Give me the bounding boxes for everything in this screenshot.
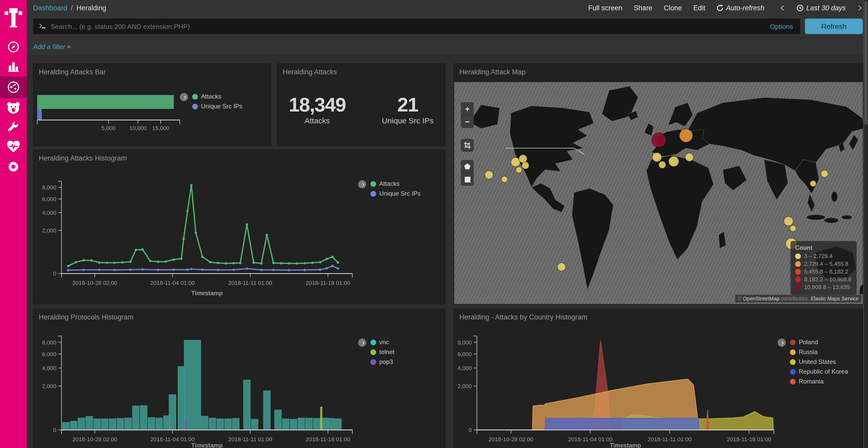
- legend-collapse-icon[interactable]: [358, 180, 366, 188]
- legend-label[interactable]: pop3: [379, 358, 393, 366]
- gauge-icon: [7, 80, 20, 94]
- full-screen-button[interactable]: Full screen: [588, 4, 622, 12]
- clone-button[interactable]: Clone: [664, 4, 682, 12]
- map-marker[interactable]: [810, 180, 816, 186]
- sidebar-item-management[interactable]: [0, 157, 27, 176]
- legend-dot: [370, 359, 376, 365]
- map-marker[interactable]: [557, 263, 566, 271]
- map-marker[interactable]: [659, 161, 666, 169]
- map-marker[interactable]: [485, 171, 493, 179]
- map-marker[interactable]: [821, 170, 828, 177]
- fit-bounds-button[interactable]: [461, 139, 474, 152]
- map-legend-title: Count: [796, 245, 852, 251]
- legend-item[interactable]: Republic of Korea: [790, 368, 848, 375]
- legend-collapse-icon[interactable]: [180, 93, 188, 101]
- svg-text:2018-10-28 02:00: 2018-10-28 02:00: [489, 436, 533, 443]
- draw-polygon-button[interactable]: [461, 160, 474, 173]
- panel-title[interactable]: Heralding Attack Map: [454, 64, 863, 76]
- osm-link[interactable]: OpenStreetMap: [743, 296, 779, 302]
- legend-collapse-icon[interactable]: [778, 339, 786, 347]
- sidebar-item-monitoring[interactable]: [0, 137, 27, 157]
- legend-item[interactable]: Unique Src IPs: [192, 103, 242, 110]
- legend-item[interactable]: United States: [790, 358, 848, 366]
- legend-dot: [370, 191, 376, 196]
- map-marker[interactable]: [784, 216, 793, 226]
- legend-label[interactable]: vnc: [379, 339, 389, 346]
- legend-collapse-icon[interactable]: [358, 339, 366, 347]
- world-map[interactable]: + − Count 3 – 2,729.42,729.4 – 5,455.85,…: [454, 82, 863, 304]
- legend-item[interactable]: telnet: [370, 348, 395, 356]
- top-header: Dashboard / Heralding Full screen Share …: [27, 0, 868, 55]
- panel-title[interactable]: Heralding Protocols Histogram: [34, 309, 445, 321]
- map-marker[interactable]: [652, 133, 666, 147]
- panel-title[interactable]: Heralding Attacks: [277, 64, 445, 76]
- metric-attacks: 18,349 Attacks: [289, 94, 346, 125]
- svg-text:6,000: 6,000: [458, 351, 472, 357]
- scrollbar-thumb[interactable]: [864, 1, 867, 125]
- share-button[interactable]: Share: [634, 4, 652, 12]
- ems-link[interactable]: Elastic Maps Service: [811, 296, 859, 302]
- legend-item[interactable]: Romania: [790, 378, 848, 385]
- metric-unique-ips: 21 Unique Src IPs: [382, 94, 433, 125]
- refresh-button[interactable]: Refresh: [805, 19, 863, 34]
- map-marker[interactable]: [522, 162, 529, 169]
- legend-label[interactable]: Unique Src IPs: [201, 103, 242, 110]
- scrollbar[interactable]: [863, 0, 868, 448]
- legend-label[interactable]: United States: [799, 358, 836, 366]
- map-marker[interactable]: [679, 129, 693, 142]
- zoom-out-button[interactable]: −: [461, 115, 474, 128]
- map-marker[interactable]: [652, 152, 661, 162]
- add-filter-link[interactable]: Add a filter +: [33, 43, 71, 50]
- auto-refresh-button[interactable]: Auto-refresh: [717, 4, 765, 12]
- map-marker[interactable]: [516, 167, 522, 173]
- search-input[interactable]: [50, 22, 770, 31]
- edit-button[interactable]: Edit: [693, 4, 706, 12]
- panel-title[interactable]: Heralding Attacks Histogram: [34, 150, 445, 162]
- svg-text:2018-10-28 02:00: 2018-10-28 02:00: [72, 280, 117, 286]
- map-legend-item: 10,908.6 – 13,635: [796, 284, 852, 290]
- legend-dot: [796, 269, 801, 274]
- legend-dot: [790, 339, 796, 345]
- options-link[interactable]: Options: [770, 23, 793, 30]
- legend-label[interactable]: Russia: [799, 348, 817, 356]
- legend-label[interactable]: telnet: [379, 348, 395, 356]
- legend-item[interactable]: vnc: [370, 339, 395, 346]
- time-next-button[interactable]: [857, 6, 861, 9]
- map-marker[interactable]: [790, 225, 796, 232]
- panel-title[interactable]: Heralding - Attacks by Country Histogram: [454, 309, 863, 321]
- legend-item[interactable]: Russia: [790, 348, 848, 356]
- top-actions: Full screen Share Clone Edit Auto-refres…: [588, 4, 861, 12]
- time-range-button[interactable]: Last 30 days: [797, 4, 846, 12]
- draw-rectangle-button[interactable]: [461, 173, 474, 186]
- t-mobile-logo-icon[interactable]: [0, 0, 27, 37]
- map-marker[interactable]: [685, 153, 693, 161]
- kibana-dashboard: Dashboard / Heralding Full screen Share …: [0, 0, 868, 448]
- sidebar-item-honeypot[interactable]: [0, 98, 27, 118]
- sidebar-item-visualize[interactable]: [0, 57, 27, 76]
- time-prev-button[interactable]: [776, 6, 785, 9]
- legend-label[interactable]: Unique Src IPs: [379, 190, 421, 197]
- map-marker[interactable]: [501, 176, 507, 182]
- sidebar-item-discover[interactable]: [0, 37, 27, 57]
- map-marker[interactable]: [669, 157, 679, 167]
- legend-dot: [790, 369, 796, 374]
- map-legend-item: 5,455.8 – 8,182.2: [796, 268, 852, 275]
- zoom-in-button[interactable]: +: [461, 102, 474, 115]
- legend-label[interactable]: Attacks: [379, 180, 400, 187]
- legend-dot: [796, 276, 801, 282]
- legend-item[interactable]: Poland: [790, 339, 848, 346]
- legend-item[interactable]: Unique Src IPs: [370, 190, 421, 197]
- legend-item[interactable]: Attacks: [370, 180, 421, 187]
- sidebar-item-dev-tools[interactable]: [0, 118, 27, 137]
- breadcrumb-dashboard-link[interactable]: Dashboard: [33, 4, 67, 12]
- legend-label[interactable]: Romania: [799, 378, 824, 385]
- breadcrumb-bar: Dashboard / Heralding Full screen Share …: [27, 0, 868, 15]
- sidebar-item-dashboard[interactable]: [0, 76, 27, 98]
- legend-label[interactable]: Republic of Korea: [799, 368, 848, 375]
- legend-item[interactable]: pop3: [370, 358, 395, 366]
- legend-item[interactable]: Attacks: [192, 93, 242, 100]
- legend-label[interactable]: Poland: [799, 339, 818, 346]
- terminal-prompt-icon: [38, 24, 45, 29]
- legend-dot: [790, 379, 796, 384]
- legend-label[interactable]: Attacks: [201, 93, 221, 100]
